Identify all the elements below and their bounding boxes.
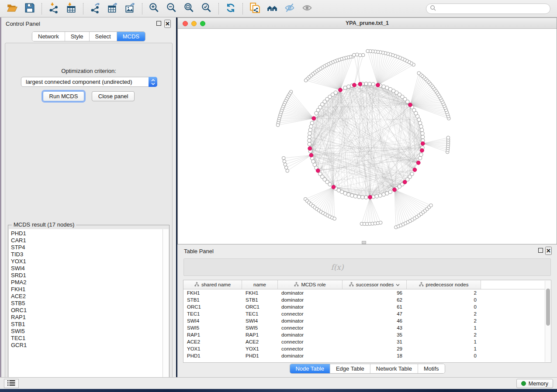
ring-node[interactable] xyxy=(419,121,422,125)
mcds-result-item[interactable]: GCR1 xyxy=(11,342,163,349)
table-row[interactable]: SWI4SWI4dominator462 xyxy=(183,317,551,324)
float-panel-button[interactable] xyxy=(156,21,161,26)
deselect-all-button[interactable] xyxy=(251,261,263,273)
close-panel-button[interactable]: ✕ xyxy=(164,20,171,28)
table-cell[interactable]: RAP1 xyxy=(242,331,278,338)
table-cell[interactable]: ACE2 xyxy=(242,338,278,345)
satellite-node[interactable] xyxy=(353,53,356,57)
dominator-node[interactable] xyxy=(393,188,397,192)
dominator-node[interactable] xyxy=(353,83,356,87)
table-cell[interactable]: 1 xyxy=(407,345,481,352)
dominator-node[interactable] xyxy=(316,169,320,173)
dominator-node[interactable] xyxy=(413,168,417,172)
tab-style[interactable]: Style xyxy=(65,32,90,41)
table-cell[interactable]: connector xyxy=(278,324,343,331)
mcds-result-item[interactable]: SWI4 xyxy=(11,265,163,272)
mcds-result-item[interactable]: STP4 xyxy=(11,244,163,251)
table-cell[interactable]: ACE2 xyxy=(183,338,242,345)
zoom-fit-button[interactable] xyxy=(180,2,198,16)
ring-node[interactable] xyxy=(328,182,332,186)
mcds-result-item[interactable]: ACE2 xyxy=(11,293,163,300)
ring-node[interactable] xyxy=(343,86,347,89)
dominator-node[interactable] xyxy=(308,147,312,151)
ring-node[interactable] xyxy=(410,172,414,175)
ring-node[interactable] xyxy=(421,132,424,135)
tab-edge-table[interactable]: Edge Table xyxy=(330,364,370,373)
import-table-button[interactable] xyxy=(62,2,80,16)
open-button[interactable] xyxy=(3,2,21,16)
ring-node[interactable] xyxy=(361,196,364,199)
table-cell[interactable]: 1 xyxy=(407,338,481,345)
mcds-result-item[interactable]: RAP1 xyxy=(11,314,163,321)
table-cell[interactable]: SWI4 xyxy=(242,317,278,324)
column-header-successor-nodes[interactable]: successor nodes xyxy=(343,280,407,289)
dominator-node[interactable] xyxy=(416,161,420,165)
table-cell[interactable]: dominator xyxy=(278,352,343,359)
delete-table-button[interactable] xyxy=(311,261,323,273)
table-cell[interactable]: FKH1 xyxy=(183,289,242,296)
table-cell[interactable]: connector xyxy=(278,338,343,345)
satellite-node[interactable] xyxy=(282,156,285,160)
tab-select[interactable]: Select xyxy=(90,32,117,41)
show-all-button[interactable] xyxy=(298,2,316,16)
table-cell[interactable]: 43 xyxy=(343,324,407,331)
satellite-node[interactable] xyxy=(284,166,288,169)
dominator-node[interactable] xyxy=(421,141,425,145)
table-cell[interactable]: 61 xyxy=(343,303,407,310)
ring-node[interactable] xyxy=(382,193,385,196)
table-cell[interactable]: connector xyxy=(278,310,343,317)
table-cell[interactable]: 0 xyxy=(407,303,481,310)
ring-node[interactable] xyxy=(364,82,368,86)
mcds-result-item[interactable]: TEC1 xyxy=(11,335,163,342)
table-cell[interactable]: TEC1 xyxy=(183,310,242,317)
table-cell[interactable]: 96 xyxy=(343,289,407,296)
mcds-result-item[interactable]: PHD1 xyxy=(11,230,163,237)
table-cell[interactable]: SWI4 xyxy=(183,317,242,324)
ring-node[interactable] xyxy=(388,87,392,91)
ring-node[interactable] xyxy=(308,132,311,135)
table-cell[interactable]: 35 xyxy=(343,331,407,338)
table-cell[interactable]: 2 xyxy=(407,331,481,338)
table-cell[interactable]: 46 xyxy=(343,317,407,324)
table-cell[interactable]: RAP1 xyxy=(183,331,242,338)
table-cell[interactable]: 2 xyxy=(407,289,481,296)
mcds-result-scrollbar[interactable] xyxy=(163,229,169,382)
table-cell[interactable]: PHD1 xyxy=(242,352,278,359)
satellite-node[interactable] xyxy=(429,204,433,207)
dominator-node[interactable] xyxy=(368,195,372,199)
float-table-panel-button[interactable] xyxy=(538,248,543,253)
ring-node[interactable] xyxy=(419,153,423,156)
ring-node[interactable] xyxy=(378,194,382,197)
dominator-node[interactable] xyxy=(408,103,412,107)
table-scrollbar[interactable] xyxy=(545,281,550,362)
table-cell[interactable]: YOX1 xyxy=(242,345,278,352)
ring-node[interactable] xyxy=(385,192,389,195)
satellite-node[interactable] xyxy=(356,53,359,56)
add-column-button[interactable] xyxy=(271,261,283,273)
ring-node[interactable] xyxy=(385,86,389,89)
dominator-node[interactable] xyxy=(403,180,407,184)
mcds-result-item[interactable]: STB1 xyxy=(11,321,163,328)
ring-node[interactable] xyxy=(350,194,354,197)
ring-node[interactable] xyxy=(357,195,361,199)
ring-node[interactable] xyxy=(308,139,311,142)
ring-node[interactable] xyxy=(375,195,378,198)
table-cell[interactable]: TEC1 xyxy=(242,310,278,317)
table-cell[interactable]: 31 xyxy=(343,338,407,345)
table-row[interactable]: YOX1YOX1connector291 xyxy=(183,345,551,352)
close-panel-button-inline[interactable]: Close panel xyxy=(92,91,135,101)
satellite-node[interactable] xyxy=(417,72,421,75)
show-columns-button[interactable] xyxy=(211,261,222,273)
first-neighbors-button[interactable] xyxy=(263,2,281,16)
table-settings-button[interactable] xyxy=(191,261,202,273)
satellite-node[interactable] xyxy=(283,160,286,163)
dominator-node[interactable] xyxy=(339,88,343,92)
table-row[interactable]: RAP1RAP1dominator352 xyxy=(183,331,551,338)
satellite-node[interactable] xyxy=(284,163,287,166)
task-history-button[interactable] xyxy=(4,379,19,388)
ring-node[interactable] xyxy=(417,118,421,121)
ring-node[interactable] xyxy=(308,128,312,132)
mcds-result-item[interactable]: FKH1 xyxy=(11,286,163,293)
mcds-result-item[interactable]: TID3 xyxy=(11,251,163,258)
dominator-node[interactable] xyxy=(358,82,362,86)
